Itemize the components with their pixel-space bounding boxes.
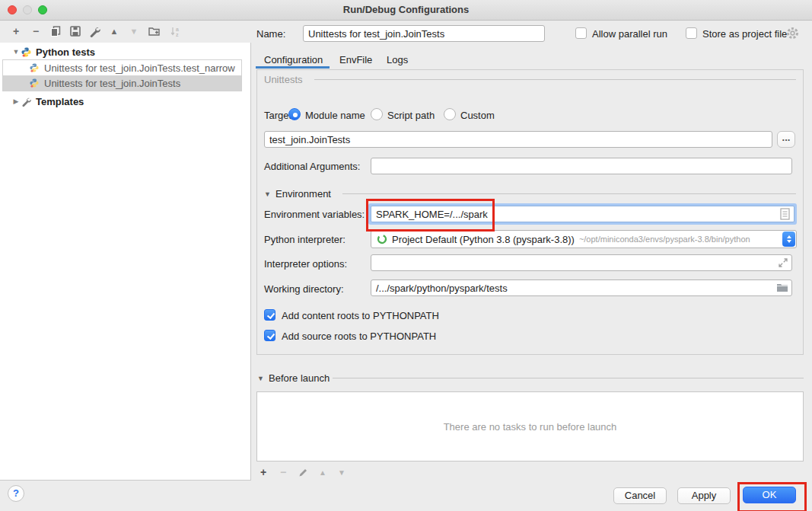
before-launch-remove-icon[interactable]: − (277, 466, 289, 478)
name-label: Name: (256, 28, 285, 40)
browse-module-button[interactable]: ... (777, 131, 795, 148)
additional-arguments-label: Additional Arguments: (264, 161, 360, 172)
templates-wrench-icon (21, 97, 33, 107)
configurations-tree: ▼ Python tests (0, 43, 251, 481)
apply-button[interactable]: Apply (677, 487, 731, 504)
interpreter-path: ~/opt/miniconda3/envs/pyspark-3.8/bin/py… (579, 235, 750, 244)
combo-stepper[interactable] (782, 232, 795, 247)
remove-configuration-icon[interactable]: − (29, 24, 43, 38)
separator-line (342, 193, 796, 194)
interpreter-name: Project Default (Python 3.8 (pyspark-3.8… (392, 234, 575, 245)
folder-plus-icon (148, 26, 161, 37)
tree-children-group: Unittests for test_join.JoinTests.test_n… (2, 59, 242, 91)
before-launch-collapse-icon[interactable]: ▼ (257, 375, 264, 382)
conda-env-icon (377, 234, 387, 244)
sort-configurations-icon[interactable]: a z (168, 24, 182, 38)
add-content-roots-checkbox[interactable] (264, 309, 275, 321)
env-vars-browse-icon[interactable] (780, 208, 790, 222)
working-directory-input[interactable] (371, 279, 792, 296)
active-tab-underline (256, 66, 330, 69)
target-module-name-label: Module name (305, 110, 365, 121)
before-launch-section-title: Before launch (269, 372, 330, 384)
window-title: Run/Debug Configurations (0, 4, 812, 15)
chevron-collapsed-icon[interactable]: ▶ (11, 97, 21, 105)
before-launch-move-up-icon[interactable]: ▲ (317, 466, 329, 478)
before-launch-list[interactable]: There are no tasks to run before launch (256, 391, 804, 461)
add-content-roots-label: Add content roots to PYTHONPATH (282, 310, 439, 321)
additional-arguments-input[interactable] (371, 158, 792, 174)
target-custom-radio[interactable] (444, 108, 456, 120)
sort-az-icon: a z (170, 26, 181, 37)
module-name-input[interactable] (264, 131, 772, 148)
target-module-name-radio[interactable] (288, 108, 301, 120)
store-as-project-file-label: Store as project file (702, 28, 787, 40)
allow-parallel-run-checkbox[interactable] (575, 27, 587, 39)
tree-item-label: Unittests for test_join.JoinTests (44, 78, 180, 89)
tree-item-python-tests[interactable]: ▼ Python tests (0, 44, 250, 59)
ok-button[interactable]: OK (743, 487, 796, 503)
add-configuration-icon[interactable]: + (9, 24, 23, 38)
tab-configuration[interactable]: Configuration (264, 54, 323, 65)
cancel-button[interactable]: Cancel (613, 487, 667, 504)
separator-line (314, 79, 796, 80)
tree-item-templates[interactable]: ▶ Templates (0, 94, 250, 109)
edit-templates-icon[interactable] (88, 24, 101, 38)
before-launch-empty-text: There are no tasks to run before launch (444, 421, 617, 433)
move-up-icon[interactable]: ▲ (107, 24, 121, 38)
interpreter-options-input[interactable] (371, 254, 792, 271)
tree-item-label: Unittests for test_join.JoinTests.test_n… (44, 62, 235, 74)
svg-text:z: z (176, 31, 179, 37)
run-debug-configurations-dialog: Run/Debug Configurations + − ▲ ▼ a z (0, 0, 812, 511)
copy-configuration-icon[interactable] (49, 24, 62, 38)
move-down-icon[interactable]: ▼ (127, 24, 141, 38)
title-bar[interactable]: Run/Debug Configurations (0, 0, 812, 21)
floppy-icon (70, 26, 81, 37)
unittests-section-title: Unittests (264, 74, 303, 85)
tab-envfile[interactable]: EnvFile (339, 54, 372, 65)
working-directory-label: Working directory: (264, 283, 344, 295)
name-input[interactable] (303, 25, 545, 42)
save-configuration-icon[interactable] (68, 24, 82, 38)
svg-text:a: a (176, 26, 179, 31)
target-custom-label: Custom (460, 110, 495, 121)
store-options-gear-icon[interactable] (786, 27, 799, 42)
python-test-icon (30, 78, 42, 88)
environment-section-title: Environment (275, 188, 331, 200)
python-interpreter-label: Python interpreter: (264, 234, 345, 245)
tree-item-label: Python tests (36, 46, 95, 58)
pencil-icon (298, 468, 308, 477)
python-interpreter-combo[interactable]: Project Default (Python 3.8 (pyspark-3.8… (371, 230, 797, 248)
store-as-project-file-checkbox[interactable] (686, 27, 697, 39)
environment-collapse-icon[interactable]: ▼ (264, 190, 271, 198)
before-launch-add-icon[interactable]: + (257, 466, 269, 478)
wrench-icon (89, 26, 100, 37)
environment-variables-label: Environment variables: (264, 209, 365, 220)
tree-item-unittests-narrow[interactable]: Unittests for test_join.JoinTests.test_n… (3, 60, 241, 75)
before-launch-edit-icon[interactable] (297, 466, 309, 478)
python-tests-icon (21, 47, 33, 57)
environment-variables-input[interactable] (371, 206, 794, 222)
copy-icon (50, 26, 61, 37)
tree-item-label: Templates (36, 96, 84, 107)
tab-logs[interactable]: Logs (387, 54, 408, 65)
tree-item-unittests-selected[interactable]: Unittests for test_join.JoinTests (3, 75, 241, 91)
target-script-path-label: Script path (387, 110, 435, 121)
target-script-path-radio[interactable] (371, 108, 383, 120)
interpreter-options-label: Interpreter options: (264, 258, 347, 270)
new-folder-icon[interactable] (148, 24, 161, 38)
add-source-roots-checkbox[interactable] (264, 330, 275, 341)
python-test-icon (30, 63, 42, 72)
add-source-roots-label: Add source roots to PYTHONPATH (282, 331, 436, 342)
browse-folder-icon[interactable] (776, 283, 788, 295)
expand-field-icon[interactable] (778, 257, 788, 270)
help-button[interactable]: ? (8, 485, 24, 502)
chevron-expanded-icon[interactable]: ▼ (11, 48, 21, 56)
separator-line (333, 378, 804, 378)
before-launch-move-down-icon[interactable]: ▼ (336, 466, 348, 478)
allow-parallel-run-label: Allow parallel run (592, 28, 667, 40)
